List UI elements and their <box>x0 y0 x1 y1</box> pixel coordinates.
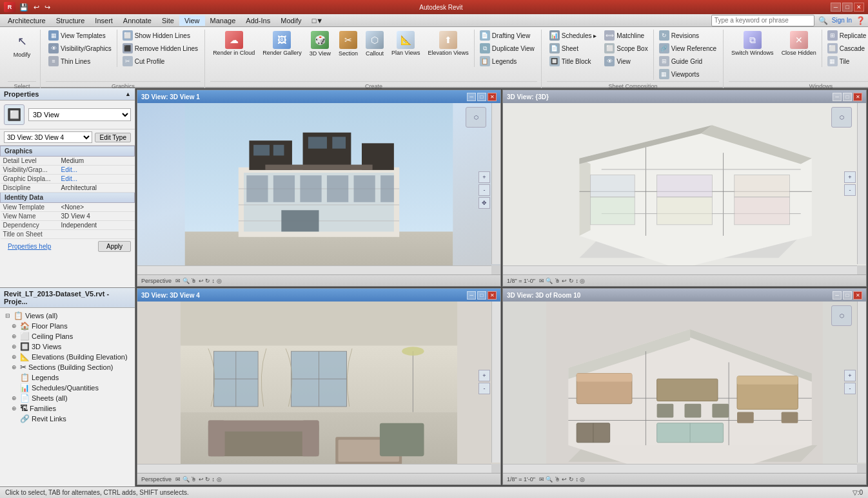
title-block-button[interactable]: 🔲 Title Block <box>547 55 599 67</box>
tree-item-views-all[interactable]: ⊟ 📋 Views (all) <box>0 311 135 321</box>
vp1-zoom-in[interactable]: + <box>478 171 490 183</box>
modify-button[interactable]: ↖ Modify <box>8 30 36 59</box>
tree-item-schedules[interactable]: 📊 Schedules/Quantities <box>0 383 135 393</box>
tree-item-floor-plans[interactable]: ⊕ 🏠 Floor Plans <box>0 321 135 331</box>
vp4-maximize[interactable]: □ <box>843 291 852 300</box>
viewport-1-content[interactable]: ⬡ + - ✥ <box>137 103 500 274</box>
viewport-4-nav-cube[interactable]: ⬡ <box>831 305 852 326</box>
menu-view[interactable]: View <box>179 15 205 26</box>
replicate-button[interactable]: ⊞ Replicate <box>825 30 868 41</box>
vp3-maximize[interactable]: □ <box>477 291 486 300</box>
search-icon[interactable]: 🔍 <box>818 16 828 25</box>
callout-button[interactable]: ⬡ Callout <box>363 30 386 58</box>
maximize-button[interactable]: □ <box>842 3 853 12</box>
prop-view-name-value[interactable]: 3D View 4 <box>59 212 135 221</box>
vp1-scrollbar-h[interactable] <box>137 265 491 274</box>
switch-windows-button[interactable]: ⧉ Switch Windows <box>729 30 776 58</box>
tree-toggle-elevations[interactable]: ⊕ <box>12 354 18 360</box>
tree-item-revit-links[interactable]: 🔗 Revit Links <box>0 414 135 424</box>
apply-button[interactable]: Apply <box>98 241 131 252</box>
tree-toggle-ceiling[interactable]: ⊕ <box>12 333 18 340</box>
viewports-button[interactable]: ▦ Viewports <box>656 68 719 80</box>
viewport-2-nav-cube[interactable]: ⬡ <box>831 107 852 128</box>
vp1-zoom-out[interactable]: - <box>478 184 490 196</box>
edit-type-button[interactable]: Edit Type <box>95 133 131 142</box>
vp2-zoom-out[interactable]: - <box>844 184 856 196</box>
revisions-button[interactable]: ↻ Revisions <box>656 30 719 41</box>
prop-type-select[interactable]: 3D View <box>28 108 131 121</box>
menu-architecture[interactable]: Architecture <box>3 15 51 26</box>
vp2-scrollbar-v[interactable] <box>857 103 866 264</box>
render-cloud-button[interactable]: ☁ Render in Cloud <box>210 30 257 58</box>
quick-access-redo[interactable]: ↪ <box>43 3 52 12</box>
visibility-graphics-button[interactable]: 👁 Visibility/Graphics <box>46 43 114 54</box>
view-reference-button[interactable]: 🔗 View Reference <box>656 43 719 54</box>
prop-title-sheet-value[interactable] <box>59 230 135 239</box>
vp4-close[interactable]: ✕ <box>853 291 862 300</box>
vp2-maximize[interactable]: □ <box>843 93 852 101</box>
properties-help-link[interactable]: Properties help <box>4 241 55 252</box>
quick-access-save[interactable]: 💾 <box>18 3 30 12</box>
sheet-button[interactable]: 📄 Sheet <box>547 43 599 54</box>
vp4-scrollbar-h[interactable] <box>503 464 857 473</box>
render-gallery-button[interactable]: 🖼 Render Gallery <box>260 30 304 58</box>
status-filter[interactable]: ▽:0 <box>853 489 863 496</box>
tree-item-sheets[interactable]: ⊕ 📄 Sheets (all) <box>0 393 135 403</box>
tree-toggle-sheets[interactable]: ⊕ <box>12 395 18 401</box>
menu-annotate[interactable]: Annotate <box>118 15 157 26</box>
tree-toggle-families[interactable]: ⊕ <box>12 405 18 412</box>
minimize-button[interactable]: ─ <box>831 3 841 12</box>
vp1-minimize[interactable]: ─ <box>467 93 476 101</box>
vp3-scrollbar-h[interactable] <box>137 464 491 473</box>
vp3-scrollbar-v[interactable] <box>491 302 500 463</box>
section-button[interactable]: ✂ Section <box>336 30 360 58</box>
menu-modify[interactable]: Modify <box>275 15 306 26</box>
vp3-close[interactable]: ✕ <box>488 291 497 300</box>
viewport-4-content[interactable]: ⬡ + - <box>503 302 866 473</box>
vp1-pan[interactable]: ✥ <box>478 197 490 209</box>
vp1-scrollbar-v[interactable] <box>491 103 500 264</box>
vp2-close[interactable]: ✕ <box>853 93 862 101</box>
viewport-3-content[interactable]: + - <box>137 302 500 473</box>
tree-item-elevations[interactable]: ⊕ 📐 Elevations (Building Elevation) <box>0 352 135 362</box>
tree-item-ceiling-plans[interactable]: ⊕ ⬜ Ceiling Plans <box>0 331 135 341</box>
elevation-button[interactable]: ⬆ Elevation Views <box>425 30 471 58</box>
menu-site[interactable]: Site <box>157 15 179 26</box>
show-hidden-lines-button[interactable]: ⬜ Show Hidden Lines <box>120 30 201 41</box>
properties-collapse-icon[interactable]: ▲ <box>125 91 131 97</box>
tree-item-legends[interactable]: 📋 Legends <box>0 372 135 383</box>
prop-view-template-value[interactable]: <None> <box>59 203 135 212</box>
plan-views-button[interactable]: 📐 Plan Views <box>389 30 422 58</box>
help-icon[interactable]: ❓ <box>856 16 865 25</box>
tree-toggle-3d[interactable]: ⊕ <box>12 343 18 350</box>
vp2-scrollbar-h[interactable] <box>503 265 857 274</box>
drafting-view-button[interactable]: 📄 Drafting View <box>477 30 537 41</box>
cut-profile-button[interactable]: ✂ Cut Profile <box>120 55 201 67</box>
thin-lines-button[interactable]: ≡ Thin Lines <box>46 55 114 67</box>
view-templates-button[interactable]: ▦ View Templates <box>46 30 114 41</box>
tree-toggle-sections[interactable]: ⊕ <box>12 364 18 370</box>
sign-in-link[interactable]: Sign In <box>832 17 852 24</box>
close-hidden-button[interactable]: ✕ Close Hidden <box>779 30 819 58</box>
menu-manage[interactable]: Manage <box>205 15 241 26</box>
duplicate-view-button[interactable]: ⧉ Duplicate View <box>477 43 537 54</box>
menu-addins[interactable]: Add-Ins <box>241 15 275 26</box>
vp4-zoom-in[interactable]: + <box>844 370 856 381</box>
vp1-maximize[interactable]: □ <box>477 93 486 101</box>
vp1-close[interactable]: ✕ <box>488 93 497 101</box>
quick-access-undo[interactable]: ↩ <box>32 3 41 12</box>
vp4-zoom-out[interactable]: - <box>844 383 856 394</box>
search-input[interactable] <box>711 15 814 26</box>
schedules-button[interactable]: 📊 Schedules ▸ <box>547 30 599 41</box>
cascade-button[interactable]: ⬜ Cascade <box>825 43 868 54</box>
remove-hidden-lines-button[interactable]: ⬛ Remove Hidden Lines <box>120 43 201 54</box>
tree-toggle-floor[interactable]: ⊕ <box>12 323 18 329</box>
tree-item-3d-views[interactable]: ⊕ 🔲 3D Views <box>0 341 135 352</box>
view-button[interactable]: 👁 View <box>602 55 650 67</box>
tree-item-families[interactable]: ⊕ 🏗 Families <box>0 403 135 414</box>
vp4-minimize[interactable]: ─ <box>833 291 842 300</box>
legends-button[interactable]: 📋 Legends <box>477 55 537 67</box>
vp2-minimize[interactable]: ─ <box>833 93 842 101</box>
vp3-zoom-in[interactable]: + <box>478 370 490 381</box>
viewport-1-nav-cube[interactable]: ⬡ <box>466 107 486 128</box>
